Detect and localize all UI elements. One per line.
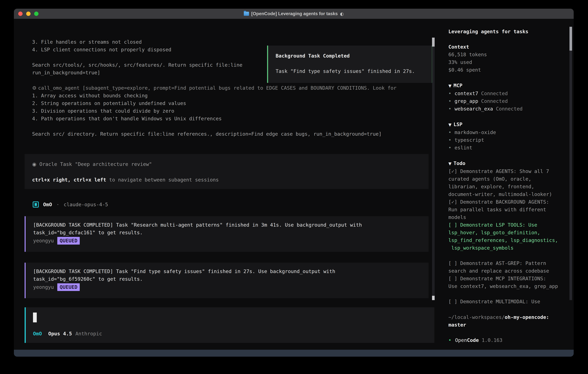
todo-line: [ ] Demonstrate MULTIMODAL: Use [448, 298, 574, 305]
background-task-box: [BACKGROUND TASK COMPLETED] Task "Find t… [25, 263, 429, 298]
mcp-item: •context7Connected [448, 90, 574, 97]
terminal-line: 3. Division operations that could divide… [32, 107, 397, 115]
mcp-name: websearch_exa [454, 106, 493, 112]
text-cursor [33, 312, 37, 322]
scrollbar-thumb-top[interactable] [432, 38, 435, 47]
background-task-toast: Background Task Completed Task "Find typ… [267, 46, 433, 83]
sidebar-title: Leveraging agents for tasks [448, 28, 574, 35]
close-button[interactable] [18, 11, 22, 16]
agent-model: claude-opus-4-5 [64, 202, 108, 208]
toast-body: Task "Find type safety issues" finished … [276, 68, 424, 74]
terminal-scrollbar[interactable] [432, 38, 435, 300]
window-title: [OpenCode] Leveraging agents for tasks ◐ [244, 11, 344, 16]
half-circle-icon: ◐ [340, 11, 344, 16]
status-dot-icon: • [448, 336, 451, 344]
chevron-down-icon: ▼ [448, 83, 452, 88]
input-meta: OmO Opus 4.5 Anthropic [33, 331, 427, 337]
bullet-icon: • [448, 137, 451, 143]
mcp-section: ▼MCP •context7Connected•grep_appConnecte… [448, 82, 574, 113]
mcp-status: Connected [481, 91, 508, 96]
todo-line: [ ] Demonstrate LSP TOOLS: Use [448, 221, 574, 229]
terminal-line: Search src/ directory. Return specific f… [32, 130, 397, 138]
todo-gap [448, 290, 574, 298]
folder-icon [244, 12, 249, 16]
task-line1: [BACKGROUND TASK COMPLETED] Task "Find t… [33, 268, 421, 275]
path-line: ~/local-workspaces/oh-my-opencode: [448, 313, 574, 321]
context-section: Context 66,518 tokens 33% used $0.46 spe… [448, 43, 574, 74]
lsp-name: markdown-oxide [454, 129, 496, 135]
prompt-input[interactable]: OmO Opus 4.5 Anthropic [25, 307, 434, 343]
todo-line: Use context7, websearch_exa, grep_app [448, 282, 574, 290]
traffic-lights [18, 11, 39, 16]
input-agent-label: OmO [33, 331, 42, 337]
gear-icon: ⚙ [32, 85, 38, 91]
chevron-down-icon: ▼ [448, 161, 452, 166]
scrollbar-thumb-bottom[interactable] [432, 296, 435, 300]
todo-line: lsp_find_references, lsp_diagnostics, [448, 237, 574, 244]
todo-heading[interactable]: ▼Todo [448, 159, 574, 167]
todo-line: models [448, 213, 574, 221]
agent-header-row: OmO · claude-opus-4-5 [33, 200, 108, 208]
version-number: 1.0.163 [482, 336, 502, 344]
agent-separator: · [56, 202, 59, 208]
title-bar: [OpenCode] Leveraging agents for tasks ◐ [14, 9, 574, 19]
terminal-line: 4. Path operations that don't handle Win… [32, 115, 397, 123]
oracle-task-box: ◉ Oracle Task "Deep architecture review"… [25, 154, 429, 189]
workspace-path: ~/local-workspaces/oh-my-opencode: maste… [448, 313, 574, 329]
sidebar-scrollbar[interactable] [569, 27, 572, 300]
queued-badge: QUEUED [57, 283, 80, 291]
todo-line: [ ] Demonstrate AST-GREP: Pattern [448, 260, 574, 267]
task-meta: yeongyuQUEUED [33, 283, 421, 291]
context-used: 33% used [448, 58, 574, 66]
lsp-heading[interactable]: ▼LSP [448, 121, 574, 129]
todo-gap [448, 252, 574, 260]
toast-title: Background Task Completed [276, 53, 424, 59]
mcp-status: Connected [496, 106, 523, 112]
bullet-icon: • [448, 106, 451, 112]
context-tokens: 66,518 tokens [448, 51, 574, 58]
task-line2: task_id="bg_dcfac161" to get results. [33, 229, 421, 237]
todo-line: Run parallel tasks with different [448, 206, 574, 213]
todo-line: lsp_hover, lsp_goto_definition, [448, 229, 574, 237]
sidebar: Leveraging agents for tasks Context 66,5… [436, 19, 574, 350]
terminal-line: 1. Array access without bounds checking [32, 92, 397, 100]
input-provider-label: Anthropic [75, 331, 102, 337]
todo-line: lsp_workspace_symbols [448, 244, 574, 252]
todo-line: curated agents (OmO, oracle, [448, 175, 574, 183]
bullet-icon: • [448, 91, 451, 96]
todo-line: librarian, explore, frontend, [448, 183, 574, 190]
mcp-items: •context7Connected•grep_appConnected•web… [448, 90, 574, 113]
lsp-item: •markdown-oxide [448, 129, 574, 136]
sidebar-scrollbar-thumb[interactable] [569, 27, 572, 51]
branch-name: master [448, 321, 574, 329]
todo-line: search and replace across codebase [448, 267, 574, 275]
todo-line: [✓] Demonstrate BACKGROUND AGENTS: [448, 198, 574, 206]
task-meta: yeongyuQUEUED [33, 237, 421, 245]
context-spent: $0.46 spent [448, 66, 574, 74]
opencode-version: • OpenCode 1.0.163 [448, 336, 574, 344]
queued-badge: QUEUED [57, 237, 80, 245]
context-heading: Context [448, 43, 574, 51]
minimize-button[interactable] [26, 11, 31, 16]
record-icon: ◉ [32, 161, 36, 167]
chevron-down-icon: ▼ [448, 122, 452, 127]
todo-section: ▼Todo [✓] Demonstrate AGENTS: Show all 7… [448, 159, 574, 305]
agent-name: OmO [43, 202, 52, 208]
task-line1: [BACKGROUND TASK COMPLETED] Task "Resear… [33, 221, 421, 229]
window-title-text: [OpenCode] Leveraging agents for tasks [251, 11, 338, 16]
window-bottom-accent [14, 350, 574, 357]
input-model-label: Opus 4.5 [48, 331, 72, 337]
mcp-status: Connected [481, 98, 508, 104]
zoom-button[interactable] [34, 11, 39, 16]
lsp-item: •typescript [448, 136, 574, 144]
oracle-hint: ctrl+x right, ctrl+x left to navigate be… [32, 176, 421, 184]
lsp-section: ▼LSP •markdown-oxide•typescript•eslint [448, 121, 574, 152]
task-line2: task_id="bg_6f59260c" to get results. [33, 275, 421, 283]
mcp-name: grep_app [454, 98, 478, 104]
lsp-name: eslint [454, 145, 472, 151]
bullet-icon: • [448, 129, 451, 135]
task-author: yeongyu [33, 283, 54, 291]
lsp-items: •markdown-oxide•typescript•eslint [448, 129, 574, 152]
mcp-heading[interactable]: ▼MCP [448, 82, 574, 90]
todo-line: document-writer, multimodal-looker) [448, 190, 574, 198]
